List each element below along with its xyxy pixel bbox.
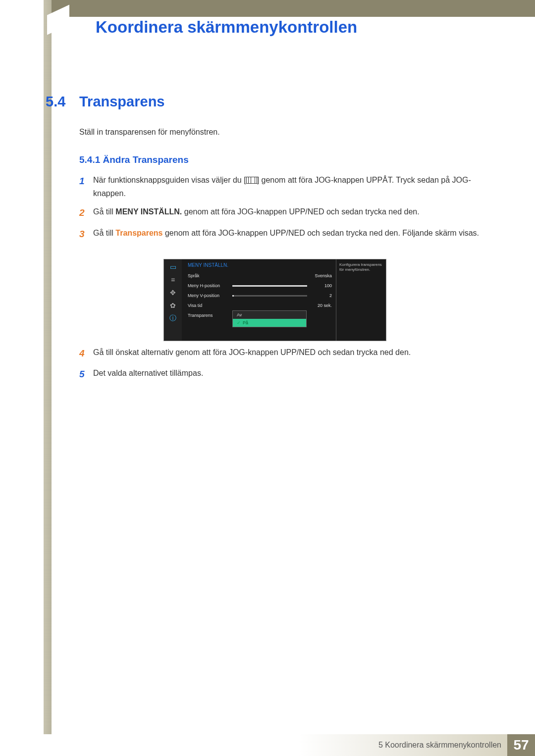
step-3: 3 Gå till Transparens genom att föra JOG…: [79, 226, 485, 242]
osd-dropdown: Av På: [232, 310, 307, 327]
osd-row-hpos: Meny H-position 100: [188, 281, 332, 291]
step-2: 2 Gå till MENY INSTÄLLN. genom att föra …: [79, 205, 485, 221]
osd-option-off: Av: [233, 311, 306, 319]
header-bar: [44, 0, 535, 17]
osd-value: 20 sek.: [310, 303, 332, 308]
osd-title: MENY INSTÄLLN.: [188, 262, 332, 268]
osd-value: 100: [310, 283, 332, 288]
text: Gå till: [93, 207, 115, 216]
osd-row-vpos: Meny V-position 2: [188, 291, 332, 301]
footer-chapter: 5 Koordinera skärmmenykontrollen: [44, 734, 507, 756]
text: genom att föra JOG-knappen UPP/NED och s…: [182, 207, 419, 216]
osd-slider: [232, 285, 307, 287]
osd-slider: [232, 295, 307, 297]
monitor-icon: ▭: [168, 262, 178, 271]
osd-value: 2: [310, 293, 332, 298]
menu-icon: [246, 177, 257, 184]
list-icon: ≡: [168, 275, 178, 284]
osd-screenshot: ▭ ≡ ✥ ✿ ⓘ MENY INSTÄLLN. Språk Svenska M…: [163, 259, 386, 341]
step-number: 3: [79, 226, 93, 242]
left-margin-bar: [44, 0, 52, 743]
gear-icon: ✿: [168, 301, 178, 310]
step-text: När funktionsknappsguiden visas väljer d…: [93, 173, 485, 200]
osd-label: Transparens: [188, 313, 232, 318]
osd-row-language: Språk Svenska: [188, 271, 332, 281]
text-bold: MENY INSTÄLLN.: [115, 207, 182, 216]
expand-icon: ✥: [168, 288, 178, 297]
step-text: Gå till MENY INSTÄLLN. genom att föra JO…: [93, 205, 485, 221]
step-text: Det valda alternativet tillämpas.: [93, 366, 485, 382]
osd-label: Språk: [188, 273, 232, 278]
osd-option-on: På: [233, 319, 306, 327]
info-icon: ⓘ: [168, 314, 178, 323]
osd-help-text: Konfigurera transparens för menyfönstren…: [336, 259, 386, 341]
section-title: Transparens: [79, 94, 164, 110]
text: Gå till: [93, 229, 115, 237]
section-intro: Ställ in transparensen för menyfönstren.: [79, 128, 220, 137]
text: När funktionsknappsguiden visas väljer d…: [93, 176, 246, 184]
osd-row-time: Visa tid 20 sek.: [188, 301, 332, 310]
step-5: 5 Det valda alternativet tillämpas.: [79, 366, 485, 382]
page-number: 57: [507, 734, 535, 756]
text: genom att föra JOG-knappen UPP/NED och s…: [163, 229, 480, 237]
steps-list: 1 När funktionsknappsguiden visas väljer…: [79, 173, 485, 247]
osd-tab-icons: ▭ ≡ ✥ ✿ ⓘ: [164, 259, 182, 341]
step-number: 2: [79, 205, 93, 221]
osd-label: Meny V-position: [188, 293, 232, 298]
step-number: 4: [79, 346, 93, 361]
step-number: 5: [79, 366, 93, 382]
step-text: Gå till önskat alternativ genom att föra…: [93, 346, 485, 361]
footer: 5 Koordinera skärmmenykontrollen 57: [44, 734, 535, 756]
osd-label: Visa tid: [188, 303, 232, 308]
osd-label: Meny H-position: [188, 283, 232, 288]
steps-list-continued: 4 Gå till önskat alternativ genom att fö…: [79, 346, 485, 388]
osd-value: Svenska: [310, 273, 332, 278]
subsection-title: 5.4.1 Ändra Transparens: [79, 154, 189, 165]
text: På: [243, 320, 248, 325]
step-1: 1 När funktionsknappsguiden visas väljer…: [79, 173, 485, 200]
step-4: 4 Gå till önskat alternativ genom att fö…: [79, 346, 485, 361]
osd-panel: MENY INSTÄLLN. Språk Svenska Meny H-posi…: [182, 259, 336, 341]
text-highlight: Transparens: [115, 229, 162, 237]
step-number: 1: [79, 173, 93, 200]
step-text: Gå till Transparens genom att föra JOG-k…: [93, 226, 485, 242]
section-number: 5.4: [46, 94, 65, 110]
chapter-title: Koordinera skärmmenykontrollen: [96, 18, 357, 37]
